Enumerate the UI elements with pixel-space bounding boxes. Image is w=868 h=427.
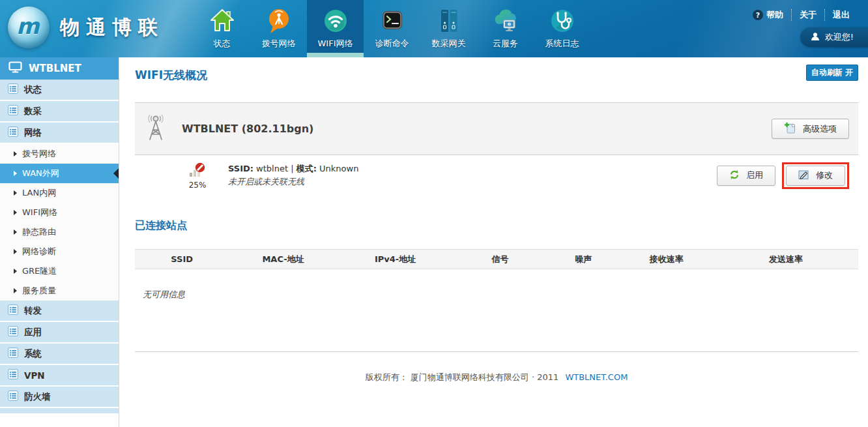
mode-value: Unknown	[319, 164, 358, 173]
dial-network-icon	[265, 5, 293, 37]
sidebar-subitem-static-route[interactable]: 静态路由	[0, 222, 119, 242]
list-icon	[8, 105, 18, 117]
list-icon	[8, 390, 18, 403]
logo-orb-icon: m	[8, 7, 50, 48]
gateway-icon	[435, 5, 463, 37]
auto-refresh-toggle[interactable]: 自动刷新 开	[806, 65, 858, 81]
wifi-status-row: 25% SSID: wtblnet | 模式: Unknown 未开启或未关联无…	[135, 155, 858, 196]
main-nav: 状态 拨号网络 WIFI网络 诊断命令 数采网关	[194, 0, 590, 57]
col-tx-rate: 发送速率	[714, 250, 858, 269]
sidebar-item-firewall[interactable]: 防火墙	[0, 387, 119, 408]
sidebar-item-label: 网络诊断	[22, 246, 56, 258]
sidebar-subitem-network-diagnosis[interactable]: 网络诊断	[0, 242, 119, 261]
welcome-button[interactable]: 欢迎您!	[800, 27, 868, 47]
enable-label: 启用	[746, 169, 763, 181]
signal-blocked-icon	[189, 168, 206, 180]
nav-tab-cloud-service[interactable]: 云服务	[477, 0, 534, 57]
nav-tab-status[interactable]: 状态	[194, 0, 250, 57]
footer: 版权所有： 厦门物通博联网络科技有限公司 · 2011 WTBLNET.COM	[135, 372, 858, 383]
about-link[interactable]: 关于	[791, 9, 824, 21]
list-icon	[8, 126, 18, 139]
caret-right-icon	[14, 249, 17, 254]
sidebar-device-name: WTBLNET	[29, 63, 81, 74]
advanced-options-icon	[784, 122, 796, 136]
sidebar-item-label: LAN内网	[22, 187, 56, 199]
connected-stations-table: SSID MAC-地址 IPv4-地址 信号 噪声 接收速率 发送速率	[135, 249, 858, 269]
sidebar-item-label: 静态路由	[22, 226, 56, 238]
nav-tab-diagnostic-command[interactable]: 诊断命令	[364, 0, 420, 57]
advanced-options-button[interactable]: 高级选项	[772, 119, 849, 139]
home-icon	[208, 5, 237, 37]
sidebar-item-label: 数采	[24, 106, 42, 117]
page-title: WIFI无线概况	[135, 68, 858, 83]
top-header: m 物通博联 状态 拨号网络 WIFI网络 诊断命令	[0, 0, 868, 57]
sidebar-item-forwarding[interactable]: 转发	[0, 301, 119, 322]
list-icon	[8, 347, 18, 360]
sidebar-item-label: 状态	[24, 84, 42, 96]
edit-icon	[798, 169, 809, 182]
logout-label: 退出	[833, 9, 850, 21]
sidebar-subitem-qos[interactable]: 服务质量	[0, 281, 119, 301]
nav-tab-label: 系统日志	[545, 38, 579, 50]
sidebar-item-label: 防火墙	[24, 391, 51, 403]
list-icon	[8, 369, 18, 381]
sidebar-item-status[interactable]: 状态	[0, 80, 119, 101]
sidebar-item-label: 服务质量	[22, 285, 56, 297]
nav-tab-label: 状态	[214, 38, 231, 50]
sidebar-item-data-collection[interactable]: 数采	[0, 101, 119, 123]
ssid-line: SSID: wtblnet | 模式: Unknown	[228, 162, 358, 175]
enable-button[interactable]: 启用	[717, 166, 775, 186]
sidebar-subitem-gre-tunnel[interactable]: GRE隧道	[0, 261, 119, 281]
sidebar-item-label: VPN	[24, 370, 45, 381]
col-ipv4-address: IPv4-地址	[338, 250, 454, 269]
advanced-options-label: 高级选项	[803, 123, 837, 135]
nav-tab-system-log[interactable]: 系统日志	[534, 0, 590, 57]
cloud-service-icon	[491, 5, 521, 37]
caret-right-icon	[14, 288, 17, 293]
brand-logo: m 物通博联	[8, 7, 164, 48]
sidebar-item-vpn[interactable]: VPN	[0, 365, 119, 387]
sidebar-item-system[interactable]: 系统	[0, 344, 119, 365]
nav-tab-label: WIFI网络	[318, 38, 353, 50]
monitor-icon	[8, 61, 22, 76]
sidebar-item-label: 应用	[24, 327, 42, 338]
modify-button[interactable]: 修改	[786, 166, 845, 186]
about-label: 关于	[800, 9, 817, 21]
sidebar-item-label: WIFI网络	[22, 207, 57, 218]
terminal-icon	[378, 5, 407, 37]
col-mac-address: MAC-地址	[229, 250, 338, 269]
signal-block: 25%	[184, 162, 211, 190]
caret-right-icon	[14, 151, 17, 156]
sidebar-subitem-dial-network[interactable]: 拨号网络	[0, 144, 119, 164]
wifi-icon	[321, 5, 351, 37]
sidebar-item-label: 网络	[24, 127, 42, 139]
sidebar-subitem-wifi-network[interactable]: WIFI网络	[0, 203, 119, 222]
nav-tab-wifi-network[interactable]: WIFI网络	[307, 0, 364, 57]
brand-name: 物通博联	[60, 14, 164, 41]
col-rx-rate: 接收速率	[620, 250, 714, 269]
help-link[interactable]: ? 帮助	[745, 9, 791, 21]
system-log-icon	[547, 5, 577, 37]
caret-right-icon	[14, 210, 17, 215]
sidebar-item-label: GRE隧道	[22, 265, 57, 277]
logo-mark: m	[16, 13, 39, 39]
sidebar-subitem-lan[interactable]: LAN内网	[0, 183, 119, 203]
list-icon	[8, 83, 18, 96]
signal-percent: 25%	[184, 181, 211, 190]
main-content: 自动刷新 开 WIFI无线概况 WTBLNET (802.11bgn) 高级选项…	[119, 57, 868, 427]
sidebar-item-label: WAN外网	[22, 168, 59, 179]
caret-right-icon	[14, 190, 17, 196]
footer-link[interactable]: WTBLNET.COM	[565, 372, 628, 382]
wifi-panel-title: WTBLNET (802.11bgn)	[182, 123, 313, 135]
nav-tab-dial-network[interactable]: 拨号网络	[250, 0, 307, 57]
nav-tab-data-gateway[interactable]: 数采网关	[420, 0, 477, 57]
logout-link[interactable]: 退出	[824, 9, 858, 21]
copyright-text: 版权所有： 厦门物通博联网络科技有限公司 · 2011	[366, 372, 559, 382]
sidebar-item-network[interactable]: 网络	[0, 123, 119, 144]
sidebar-subitem-wan[interactable]: WAN外网	[0, 164, 119, 183]
sidebar-item-application[interactable]: 应用	[0, 322, 119, 344]
caret-right-icon	[14, 269, 17, 274]
header-utility-links: ? 帮助 关于 退出	[745, 9, 858, 21]
modify-highlight-box: 修改	[782, 162, 849, 189]
list-icon	[8, 304, 18, 317]
